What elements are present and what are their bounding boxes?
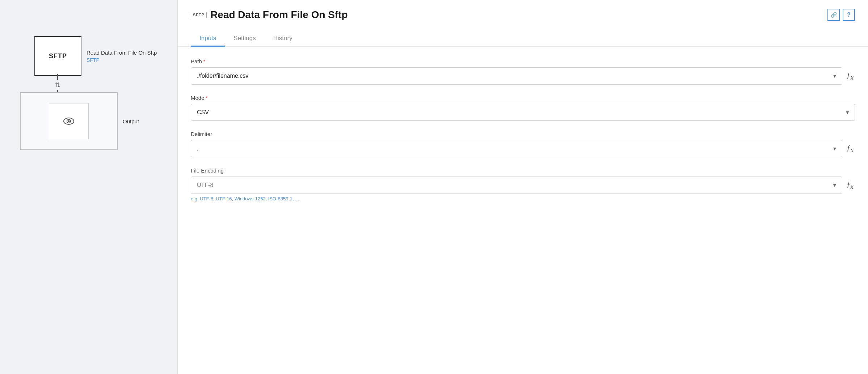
file-encoding-select-wrapper: ▼ [191,177,842,194]
output-node[interactable]: Output [20,92,139,150]
mode-label: Mode * [191,95,855,101]
connector-arrow-icon: ⇅ [54,80,62,90]
eye-icon [61,113,77,129]
tab-history[interactable]: History [265,31,301,47]
tabs-bar: Inputs Settings History [178,24,868,47]
help-button[interactable]: ? [843,9,855,21]
output-inner-box [49,103,89,139]
mode-row: CSV JSON EXCEL ▼ [191,104,855,121]
path-select-wrapper: ./folder/filename.csv ▼ [191,67,842,85]
header-actions: 🔗 ? [827,9,855,21]
file-encoding-hint: e.g. UTF-8, UTF-16, Windows-1252, ISO-88… [191,196,855,201]
file-encoding-row: ▼ ƒx [191,177,855,194]
header: SFTP Read Data From File On Sftp 🔗 ? [178,0,868,21]
mode-select-wrapper: CSV JSON EXCEL ▼ [191,104,855,121]
sftp-box-label: SFTP [49,52,67,60]
delimiter-label: Delimiter [191,131,855,137]
page-title: Read Data From File On Sftp [210,9,348,21]
delimiter-select-wrapper: , ▼ [191,140,842,157]
mode-select[interactable]: CSV JSON EXCEL [191,104,855,121]
delimiter-input[interactable]: , [191,140,842,157]
question-icon: ? [847,12,851,18]
path-fx-button[interactable]: ƒx [845,71,855,81]
output-label: Output [123,118,139,124]
header-left: SFTP Read Data From File On Sftp [191,9,348,21]
mode-required-star: * [206,95,208,101]
path-input[interactable]: ./folder/filename.csv [191,67,842,85]
sftp-node[interactable]: SFTP Read Data From File On Sftp SFTP [34,36,157,76]
output-outer-box[interactable] [20,92,118,150]
sftp-node-title: Read Data From File On Sftp [87,50,157,56]
delimiter-row: , ▼ ƒx [191,140,855,157]
sftp-node-labels: Read Data From File On Sftp SFTP [87,50,157,63]
delimiter-fx-button[interactable]: ƒx [845,144,855,154]
sftp-node-subtitle: SFTP [87,57,157,63]
file-encoding-field-group: File Encoding ▼ ƒx e.g. UTF-8, UTF-16, W… [191,167,855,201]
path-field-group: Path * ./folder/filename.csv ▼ ƒx [191,58,855,85]
mode-field-group: Mode * CSV JSON EXCEL ▼ [191,95,855,121]
delimiter-field-group: Delimiter , ▼ ƒx [191,131,855,157]
path-row: ./folder/filename.csv ▼ ƒx [191,67,855,85]
svg-point-2 [68,120,70,122]
file-encoding-label: File Encoding [191,167,855,174]
path-label: Path * [191,58,855,64]
file-encoding-fx-button[interactable]: ƒx [845,180,855,190]
tab-inputs[interactable]: Inputs [191,31,225,47]
sftp-badge: SFTP [191,12,207,18]
form-content: Path * ./folder/filename.csv ▼ ƒx Mode * [178,47,868,374]
path-required-star: * [203,59,205,64]
sftp-box[interactable]: SFTP [34,36,81,76]
canvas-panel: SFTP Read Data From File On Sftp SFTP ⇅ [0,0,177,374]
file-encoding-input[interactable] [191,177,842,194]
right-panel: SFTP Read Data From File On Sftp 🔗 ? Inp… [177,0,868,374]
link-icon: 🔗 [831,12,837,18]
tab-settings[interactable]: Settings [225,31,264,47]
link-button[interactable]: 🔗 [827,9,840,21]
canvas-area: SFTP Read Data From File On Sftp SFTP ⇅ [20,36,157,181]
